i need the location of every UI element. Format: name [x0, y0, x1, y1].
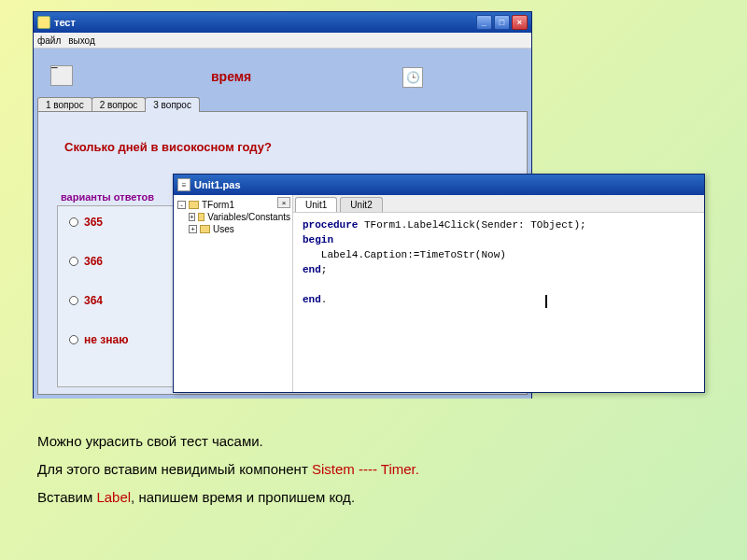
tree-close-button[interactable]: × — [277, 197, 290, 208]
radio-icon — [69, 257, 78, 266]
window-title: тест — [54, 17, 476, 28]
variants-label: варианты ответов — [61, 191, 154, 203]
code-file-tabs: Unit1 Unit2 — [293, 195, 704, 213]
file-icon: ≡ — [177, 178, 190, 191]
structure-tree: × -TForm1 +Variables/Constants +Uses — [174, 195, 293, 392]
app-icon — [37, 16, 50, 29]
text-cursor — [545, 295, 547, 308]
editor-titlebar[interactable]: ≡ Unit1.pas — [174, 175, 704, 195]
time-label[interactable]: время — [211, 69, 251, 84]
tab-q3[interactable]: 3 вопрос — [145, 97, 200, 112]
menubar: файл выход — [34, 33, 531, 49]
tab-q2[interactable]: 2 вопрос — [92, 97, 147, 112]
radio-icon — [69, 296, 78, 305]
tree-item-vars[interactable]: +Variables/Constants — [176, 211, 290, 223]
radio-icon — [69, 217, 78, 227]
tree-item-form[interactable]: -TForm1 — [176, 199, 290, 211]
maximize-button[interactable]: □ — [494, 15, 510, 30]
tree-item-uses[interactable]: +Uses — [176, 223, 290, 235]
question-text: Сколько дней в високосном году? — [64, 140, 272, 154]
code-editor-window: ≡ Unit1.pas × -TForm1 +Variables/Constan… — [173, 174, 705, 393]
explain-line-2: Для этого вставим невидимый компонент Si… — [37, 455, 419, 483]
menu-file[interactable]: файл — [37, 35, 61, 46]
code-tab-unit2[interactable]: Unit2 — [340, 197, 382, 212]
explain-line-1: Можно украсить свой тест часами. — [37, 427, 419, 455]
timer-icon[interactable]: 🕒 — [402, 67, 423, 88]
explanatory-text: Можно украсить свой тест часами. Для это… — [37, 427, 419, 511]
editor-title: Unit1.pas — [194, 179, 700, 190]
component-button[interactable]: ⎺ — [50, 65, 73, 86]
code-tab-unit1[interactable]: Unit1 — [295, 197, 337, 212]
radio-icon — [69, 335, 78, 344]
tab-q1[interactable]: 1 вопрос — [37, 97, 92, 112]
code-pane: Unit1 Unit2 procedure TForm1.Label4Click… — [293, 195, 704, 392]
code-editor-text[interactable]: procedure TForm1.Label4Click(Sender: TOb… — [293, 213, 704, 392]
question-tabs: 1 вопрос 2 вопрос 3 вопрос — [37, 97, 199, 112]
menu-exit[interactable]: выход — [68, 35, 95, 46]
explain-line-3: Вставим Label, напишем время и пропишем … — [37, 483, 419, 511]
test-window-titlebar[interactable]: тест _ □ × — [34, 12, 531, 33]
minimize-button[interactable]: _ — [476, 15, 492, 30]
close-button[interactable]: × — [512, 15, 528, 30]
